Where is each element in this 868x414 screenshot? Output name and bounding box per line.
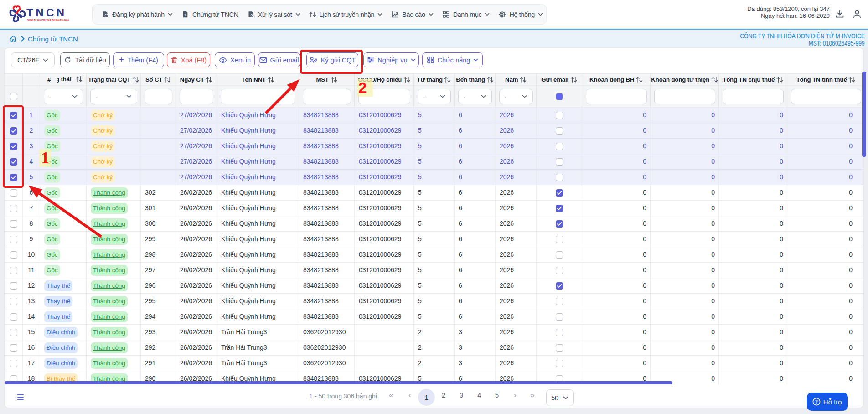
svg-text:?: ? (815, 399, 818, 404)
